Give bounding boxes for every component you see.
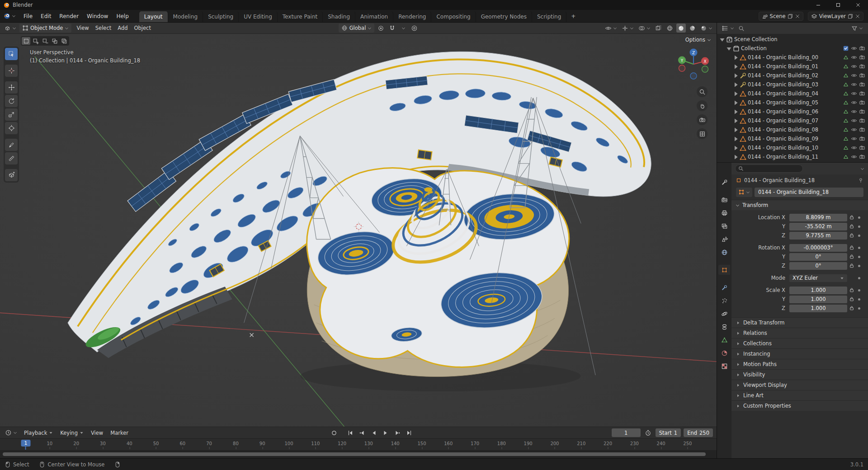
tool-scale[interactable] xyxy=(5,108,18,121)
shading-solid-button[interactable] xyxy=(676,24,686,33)
properties-tab-object[interactable] xyxy=(718,265,730,275)
playhead[interactable]: 1 xyxy=(21,440,30,446)
properties-tab-particles[interactable] xyxy=(718,296,730,306)
expand-icon[interactable] xyxy=(732,54,739,61)
workspace-tab-texture-paint[interactable]: Texture Paint xyxy=(278,11,323,22)
eye-icon[interactable] xyxy=(851,99,857,106)
add-workspace-button[interactable]: + xyxy=(566,10,580,22)
play-reverse-button[interactable] xyxy=(368,428,379,437)
expand-icon[interactable] xyxy=(732,127,739,133)
data-link-icon[interactable] xyxy=(843,145,849,151)
timeline-editor-button[interactable] xyxy=(4,428,19,437)
outliner-item-8[interactable]: 0144 - Organic Building_08 xyxy=(717,125,868,134)
viewport-menu-select[interactable]: Select xyxy=(92,25,114,31)
animate-dot[interactable] xyxy=(856,226,863,228)
navigation-gizmo[interactable]: Z Y X xyxy=(676,47,711,82)
properties-tab-render[interactable] xyxy=(718,195,730,205)
camera-view-button[interactable] xyxy=(697,114,708,125)
section-relations[interactable]: Relations xyxy=(731,328,868,338)
xray-button[interactable] xyxy=(654,24,663,33)
outliner-item-6[interactable]: 0144 - Organic Building_06 xyxy=(717,107,868,116)
outliner-editor-button[interactable] xyxy=(721,24,736,33)
lock-icon[interactable] xyxy=(847,245,856,250)
menu-file[interactable]: File xyxy=(19,10,37,22)
zoom-button[interactable] xyxy=(697,86,708,97)
new-scene-icon[interactable] xyxy=(788,14,793,19)
timeline-menu-playback[interactable]: Playback xyxy=(20,430,57,436)
animate-dot[interactable] xyxy=(856,265,863,267)
transform-value-y[interactable]: 1.000 xyxy=(789,296,847,303)
properties-tab-data[interactable] xyxy=(718,335,730,345)
viewport-menu-add[interactable]: Add xyxy=(114,25,131,31)
frame-end-field[interactable]: End250 xyxy=(684,428,713,437)
lock-icon[interactable] xyxy=(847,215,856,220)
expand-icon[interactable] xyxy=(732,108,739,115)
data-link-icon[interactable] xyxy=(843,127,849,133)
lock-icon[interactable] xyxy=(847,233,856,238)
shading-wireframe-button[interactable] xyxy=(665,24,675,33)
menu-edit[interactable]: Edit xyxy=(37,10,55,22)
viewport-menu-object[interactable]: Object xyxy=(131,25,154,31)
outliner-filter-button[interactable] xyxy=(850,24,864,33)
eye-icon[interactable] xyxy=(851,63,857,70)
camera-icon[interactable] xyxy=(859,90,865,97)
workspace-tab-rendering[interactable]: Rendering xyxy=(393,11,431,22)
properties-tab-output[interactable] xyxy=(718,208,730,218)
outliner-item-9[interactable]: 0144 - Organic Building_09 xyxy=(717,134,868,143)
animate-dot[interactable] xyxy=(856,298,863,301)
timeline-menu-marker[interactable]: Marker xyxy=(107,430,132,436)
pan-button[interactable] xyxy=(697,100,708,111)
workspace-tab-sculpting[interactable]: Sculpting xyxy=(203,11,239,22)
collapse-icon[interactable] xyxy=(726,45,732,52)
tool-add-cube[interactable] xyxy=(5,169,18,181)
outliner-search[interactable] xyxy=(738,25,847,32)
expand-icon[interactable] xyxy=(732,118,739,124)
eye-icon[interactable] xyxy=(851,145,857,151)
timeline-scrollbar[interactable] xyxy=(0,450,717,458)
timeline-menu-keying[interactable]: Keying xyxy=(57,430,87,436)
lock-icon[interactable] xyxy=(847,306,856,311)
tool-transform[interactable] xyxy=(5,122,18,134)
shading-material-button[interactable] xyxy=(688,24,697,33)
workspace-tab-layout[interactable]: Layout xyxy=(139,11,168,22)
eye-icon[interactable] xyxy=(851,54,857,61)
data-link-icon[interactable] xyxy=(843,108,849,115)
eye-icon[interactable] xyxy=(851,81,857,88)
outliner-scene-collection[interactable]: Scene Collection xyxy=(717,35,868,44)
gizmos-button[interactable] xyxy=(620,24,635,33)
transform-value-mode[interactable]: XYZ Euler xyxy=(789,274,847,282)
pin-icon[interactable] xyxy=(858,178,863,183)
section-line-art[interactable]: Line Art xyxy=(731,390,868,400)
proportional-editing-button[interactable] xyxy=(410,24,419,33)
properties-tab-material[interactable] xyxy=(718,348,730,358)
camera-icon[interactable] xyxy=(859,99,865,106)
eye-icon[interactable] xyxy=(851,90,857,97)
timeline-ruler[interactable]: 1 10203040506070809010011012013014015016… xyxy=(0,438,717,450)
animate-dot[interactable] xyxy=(856,289,863,291)
camera-icon[interactable] xyxy=(859,154,865,160)
snap-settings-button[interactable] xyxy=(399,24,408,33)
snap-toggle-button[interactable] xyxy=(387,24,397,33)
object-type-chip[interactable] xyxy=(736,188,752,197)
lock-icon[interactable] xyxy=(847,254,856,259)
select-mode-new[interactable] xyxy=(22,37,30,45)
play-button[interactable] xyxy=(380,428,391,437)
remove-viewlayer-icon[interactable] xyxy=(855,14,860,19)
data-link-icon[interactable] xyxy=(843,90,849,97)
animate-dot[interactable] xyxy=(856,277,863,279)
close-button[interactable] xyxy=(848,0,868,10)
properties-tab-tool[interactable] xyxy=(718,177,730,187)
section-motion-paths[interactable]: Motion Paths xyxy=(731,359,868,369)
frame-start-field[interactable]: Start1 xyxy=(656,428,681,437)
properties-tab-world[interactable] xyxy=(718,247,730,257)
data-link-icon[interactable] xyxy=(843,81,849,88)
maximize-button[interactable] xyxy=(828,0,848,10)
workspace-tab-compositing[interactable]: Compositing xyxy=(431,11,476,22)
outliner-item-3[interactable]: 0144 - Organic Building_03 xyxy=(717,80,868,89)
eye-icon[interactable] xyxy=(851,127,857,133)
outliner-item-4[interactable]: 0144 - Organic Building_04 xyxy=(717,89,868,98)
outliner-item-11[interactable]: 0144 - Organic Building_11 xyxy=(717,152,868,161)
camera-icon[interactable] xyxy=(859,63,865,70)
viewlayer-selector[interactable]: ViewLayer xyxy=(808,12,863,21)
eye-icon[interactable] xyxy=(851,136,857,142)
